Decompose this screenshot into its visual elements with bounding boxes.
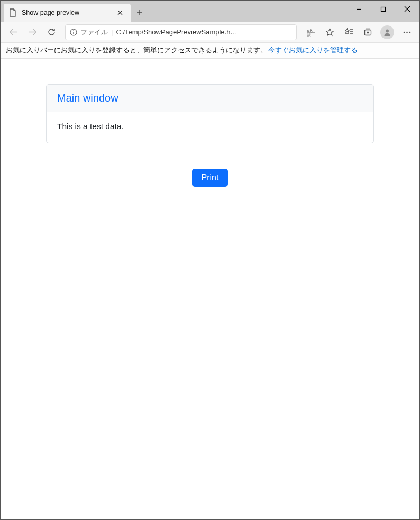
favorites-bar: お気に入りバーにお気に入りを登録すると、簡単にアクセスできるようになります。 今… [1, 43, 419, 59]
main-card: Main window This is a test data. [46, 84, 374, 143]
address-file-label: ファイル [80, 28, 108, 37]
address-path: C:/Temp/ShowPagePreviewSample.h... [116, 28, 236, 36]
translate-button[interactable]: aあ訳 [302, 24, 319, 41]
maximize-button[interactable] [371, 1, 395, 17]
card-title: Main window [57, 92, 363, 104]
forward-button[interactable] [24, 24, 41, 41]
favorites-bar-message: お気に入りバーにお気に入りを登録すると、簡単にアクセスできるようになります。 [6, 46, 267, 55]
close-window-button[interactable] [395, 1, 419, 17]
collections-button[interactable] [359, 24, 376, 41]
print-button[interactable]: Print [192, 169, 229, 187]
page-content: Main window This is a test data. Print [1, 59, 419, 212]
browser-tab[interactable]: Show page preview [4, 4, 131, 22]
page-icon [9, 8, 17, 17]
svg-point-9 [409, 31, 410, 33]
svg-text:訳: 訳 [307, 33, 311, 37]
card-header: Main window [47, 85, 373, 112]
titlebar: Show page preview [1, 1, 419, 22]
window-controls [346, 1, 419, 17]
svg-point-7 [403, 31, 405, 33]
print-row: Print [192, 169, 229, 187]
svg-rect-0 [381, 7, 385, 11]
svg-point-2 [73, 30, 74, 31]
more-menu-button[interactable] [398, 24, 415, 41]
svg-point-6 [386, 29, 389, 32]
address-separator: | [111, 28, 113, 36]
new-tab-button[interactable] [131, 4, 149, 22]
minimize-button[interactable] [346, 1, 371, 17]
tab-title: Show page preview [22, 9, 115, 16]
favorites-bar-link[interactable]: 今すぐお気に入りを管理する [268, 46, 358, 55]
favorite-button[interactable] [321, 24, 338, 41]
tab-close-button[interactable] [115, 7, 125, 18]
back-button[interactable] [5, 24, 22, 41]
favorites-list-button[interactable] [340, 24, 357, 41]
address-bar[interactable]: ファイル | C:/Temp/ShowPagePreviewSample.h..… [65, 24, 297, 40]
profile-button[interactable] [380, 25, 394, 39]
toolbar: ファイル | C:/Temp/ShowPagePreviewSample.h..… [1, 22, 419, 43]
svg-point-8 [406, 31, 408, 33]
refresh-button[interactable] [43, 24, 60, 41]
info-icon [70, 29, 77, 36]
card-body: This is a test data. [47, 112, 373, 143]
svg-text:aあ: aあ [307, 29, 313, 33]
